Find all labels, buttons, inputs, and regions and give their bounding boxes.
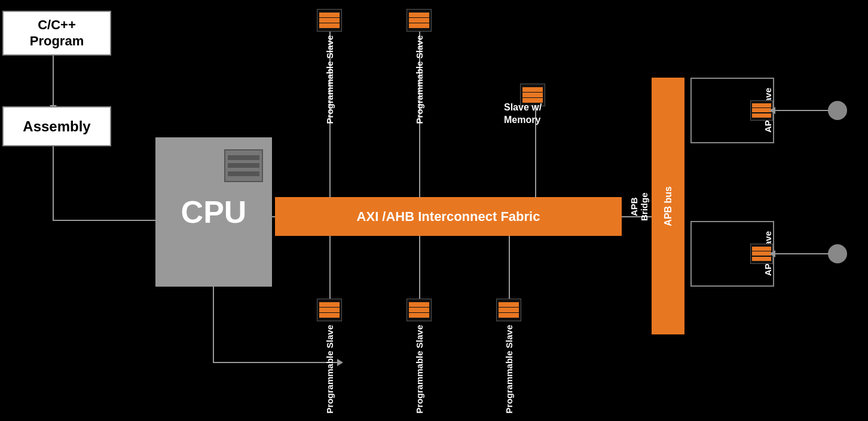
diagram: C/C++ Program Assembly CPU AXI /AHB Inte…: [0, 0, 868, 421]
cpu-reg-line-3: [228, 171, 259, 176]
h-connector-2: [774, 253, 829, 254]
slave-mem-text: Slave w/ Memory: [504, 102, 542, 127]
apb-bus-label: APB bus: [663, 186, 674, 226]
assembly-box: Assembly: [2, 106, 111, 146]
cpu-bottom-v: [213, 287, 214, 363]
arrow-cpp-to-assembly: [53, 56, 54, 106]
slave-bot-3: Programmable Slave: [496, 299, 521, 413]
slave-top-1-label: Programmable Slave: [325, 35, 335, 124]
cpu-register-icon: [224, 149, 263, 182]
axi-label: AXI /AHB Interconnect Fabric: [357, 209, 540, 225]
input-circle-2: [828, 244, 847, 263]
apb-slave-1-box: APB Slave: [690, 78, 774, 143]
connector-bot-slave-3: [509, 236, 510, 300]
slave-bot-2-label: Programmable Slave: [414, 325, 424, 413]
slave-top-1: Programmable Slave: [317, 9, 342, 124]
slave-bot-3-label: Programmable Slave: [504, 325, 514, 413]
h-connector-1-arrow: [769, 107, 775, 114]
arrow-assembly-to-cpu: [53, 220, 167, 221]
cpp-program-label: C/C++ Program: [30, 17, 84, 49]
slave-bot-1-icon: [317, 299, 342, 321]
arrow-assembly-down: [53, 146, 54, 221]
apb-bus: APB bus: [652, 78, 684, 334]
cpu-label: CPU: [181, 194, 247, 230]
assembly-label: Assembly: [23, 118, 90, 135]
slave-top-2-icon: [407, 9, 432, 32]
connector-bot-slave-2: [419, 236, 420, 300]
apb-slave-2-box: APB Slave: [690, 221, 774, 287]
cpu-reg-line-1: [228, 155, 259, 160]
h-connector-1: [774, 110, 829, 111]
slave-bot-2-icon: [407, 299, 432, 321]
slave-bot-1: Programmable Slave: [317, 299, 342, 413]
cpu-box: CPU: [155, 137, 272, 287]
slave-top-1-icon: [317, 9, 342, 32]
slave-bot-1-label: Programmable Slave: [325, 325, 335, 413]
slave-top-2: Programmable Slave: [407, 9, 432, 124]
input-circle-1: [828, 101, 847, 120]
slave-bot-2: Programmable Slave: [407, 299, 432, 413]
slave-top-2-label: Programmable Slave: [414, 35, 424, 124]
slave-bot-3-icon: [496, 299, 521, 321]
apb-bridge-label: APB Bridge: [629, 143, 649, 221]
connector-bot-slave-1: [329, 236, 331, 300]
h-connector-2-arrow: [769, 250, 775, 257]
cpu-reg-line-2: [228, 163, 259, 168]
cpp-program-box: C/C++ Program: [2, 11, 111, 56]
axi-bar: AXI /AHB Interconnect Fabric: [275, 197, 622, 236]
